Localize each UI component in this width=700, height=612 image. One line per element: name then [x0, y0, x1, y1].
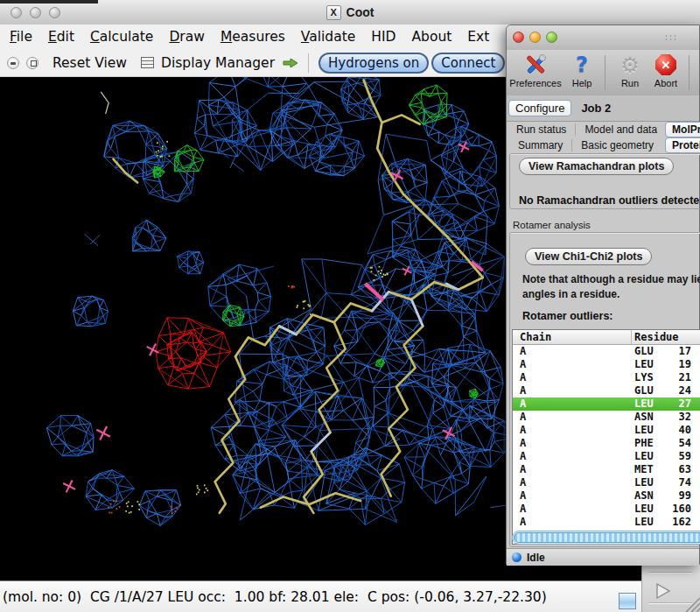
rotamer-outliers-label: Rotamer outliers: — [522, 310, 613, 322]
dialog-window-controls — [513, 32, 557, 43]
hydrogens-toggle-button[interactable]: Hydrogens on — [318, 53, 429, 74]
menu-item[interactable]: Calculate — [82, 29, 161, 45]
rotamer-note-line2: angles in a residue. — [522, 288, 620, 300]
background-window-sliver — [0, 0, 98, 4]
toolbar-separator — [308, 53, 309, 73]
rotamer-row[interactable]: A LEU 160 — [513, 503, 700, 516]
scrollbar-thumb[interactable] — [514, 532, 700, 543]
status-sphere-icon — [512, 552, 522, 562]
dialog-status-text: Idle — [527, 552, 545, 564]
rotamer-row[interactable]: A LEU 19 — [513, 358, 700, 371]
menu-item[interactable]: Ext — [459, 29, 497, 45]
rotamer-row[interactable]: A MET 63 — [513, 463, 700, 476]
dialog-toolbar-separator — [689, 55, 690, 90]
connect-button[interactable]: Connect — [431, 53, 505, 74]
rotamer-row[interactable]: A LEU 74 — [513, 476, 700, 489]
ramachandran-frame: View Ramachandran plots No Ramachandran … — [509, 153, 700, 209]
undo-icon[interactable] — [7, 57, 19, 69]
view-ramachandran-plots-button[interactable]: View Ramachandran plots — [519, 158, 674, 175]
menu-item[interactable]: Edit — [40, 29, 82, 45]
dialog-close-button[interactable] — [513, 32, 524, 43]
dialog-toolbar-separator — [605, 55, 606, 90]
tab-molprobity[interactable]: MolProbit — [665, 122, 700, 137]
dialog-titlebar[interactable] — [507, 25, 699, 51]
chain-column-header[interactable]: Chain — [520, 331, 551, 343]
clipped-toolbar-item[interactable]: A — [694, 78, 700, 88]
run-button[interactable]: ⚙ Run — [613, 52, 647, 88]
abort-x-icon: ✕ — [655, 54, 676, 75]
menu-item[interactable]: Draw — [161, 29, 213, 45]
corner-panel — [641, 560, 700, 612]
atom-status-text: (mol. no: 0) CG /1/A/27 LEU occ: 1.00 bf… — [3, 589, 547, 605]
gear-icon: ⚙ — [620, 54, 640, 76]
protein-tabs: Summary Basic geometry Protein Cl — [507, 137, 699, 153]
tab-configure[interactable]: Configure — [508, 100, 571, 116]
go-arrow-icon[interactable] — [282, 57, 299, 69]
help-question-icon: ? — [576, 53, 588, 77]
window-title: Coot — [346, 5, 374, 19]
rotamer-frame-label: Rotamer analysis — [513, 220, 591, 230]
rotamer-note-line1: Note that although a residue may lie — [522, 273, 700, 285]
x11-app-icon: X — [326, 5, 341, 20]
rotamer-row[interactable]: A ASN 99 — [513, 489, 700, 503]
resize-grip[interactable] — [681, 593, 700, 612]
abort-button[interactable]: ✕ Abort — [647, 52, 685, 88]
rotamer-row[interactable]: A GLU 17 — [513, 345, 700, 358]
close-button[interactable] — [10, 7, 22, 18]
coot-application: X Coot FileEditCalculateDrawMeasuresVali… — [0, 0, 700, 612]
tab-summary[interactable]: Summary — [514, 138, 567, 152]
preferences-tools-icon — [508, 52, 563, 78]
column-divider — [631, 330, 632, 344]
dialog-toolbar: Preferences ? Help ⚙ Run ✕ Abort A — [507, 50, 699, 96]
menu-item[interactable]: HID — [363, 29, 403, 45]
display-manager-button[interactable]: Display Manager — [161, 55, 275, 71]
rotamer-row[interactable]: A LEU 162 — [513, 516, 700, 529]
table-body: A GLU 17 A LEU 19 A LYS 21 A — [513, 345, 700, 542]
tab-run-status[interactable]: Run status — [512, 123, 570, 137]
menu-item[interactable]: File — [2, 29, 40, 45]
window-title-area: X Coot — [0, 0, 700, 25]
validation-dialog: Preferences ? Help ⚙ Run ✕ Abort A Confi… — [506, 25, 700, 565]
rotamer-row[interactable]: A LEU 40 — [513, 424, 700, 437]
section-tabs: Run status Model and data MolProbit — [507, 121, 699, 137]
display-manager-icon[interactable] — [141, 57, 154, 68]
dialog-status-bar: Idle — [507, 548, 699, 566]
help-button[interactable]: ? Help — [564, 52, 599, 88]
scale-chip[interactable] — [619, 593, 636, 609]
horizontal-scrollbar[interactable] — [512, 531, 700, 545]
rotamer-row[interactable]: A GLU 24 — [513, 384, 700, 397]
rotamer-outliers-table[interactable]: Chain Residue A GLU 17 A LEU 19 — [512, 329, 700, 545]
rotamer-row[interactable]: A LYS 21 — [513, 371, 700, 384]
tab-model-and-data[interactable]: Model and data — [580, 123, 662, 137]
tab-job-2[interactable]: Job 2 — [577, 101, 615, 116]
view-chi1-chi2-plots-button[interactable]: View Chi1-Chi2 plots — [525, 248, 652, 265]
rotamer-row[interactable]: A PHE 54 — [513, 437, 700, 450]
reset-view-button[interactable]: Reset View — [52, 55, 127, 71]
main-titlebar[interactable]: X Coot — [0, 0, 700, 25]
rotamer-frame: View Chi1-Chi2 plots Note that although … — [509, 232, 700, 547]
tab-protein[interactable]: Protein — [665, 137, 700, 153]
window-controls — [10, 7, 60, 18]
minimize-button[interactable] — [30, 7, 41, 18]
dialog-zoom-button[interactable] — [546, 32, 557, 43]
residue-column-header[interactable]: Residue — [634, 331, 679, 343]
panel-ridge — [648, 572, 692, 573]
rotamer-row[interactable]: A LEU 27 — [513, 397, 700, 411]
job-tabs: Configure Job 2 — [507, 95, 699, 122]
table-header[interactable]: Chain Residue — [513, 330, 700, 345]
rotamer-row[interactable]: A ASN 32 — [513, 411, 700, 424]
tab-basic-geometry[interactable]: Basic geometry — [577, 138, 658, 152]
toolbar-grip-dots — [664, 34, 676, 41]
menu-item[interactable]: Validate — [293, 29, 363, 45]
menu-item[interactable]: Measures — [213, 29, 293, 45]
preferences-button[interactable]: Preferences — [508, 52, 563, 88]
redo-icon[interactable] — [26, 57, 38, 69]
dialog-minimize-button[interactable] — [529, 32, 541, 43]
ramachandran-message: No Ramachandran outliers detecte — [519, 194, 699, 207]
menu-item[interactable]: About — [403, 29, 459, 45]
expander-triangle-icon[interactable] — [655, 583, 673, 601]
zoom-button[interactable] — [49, 7, 60, 18]
main-status-bar: (mol. no: 0) CG /1/A/27 LEU occ: 1.00 bf… — [0, 580, 700, 612]
rotamer-row[interactable]: A LEU 59 — [513, 450, 700, 463]
